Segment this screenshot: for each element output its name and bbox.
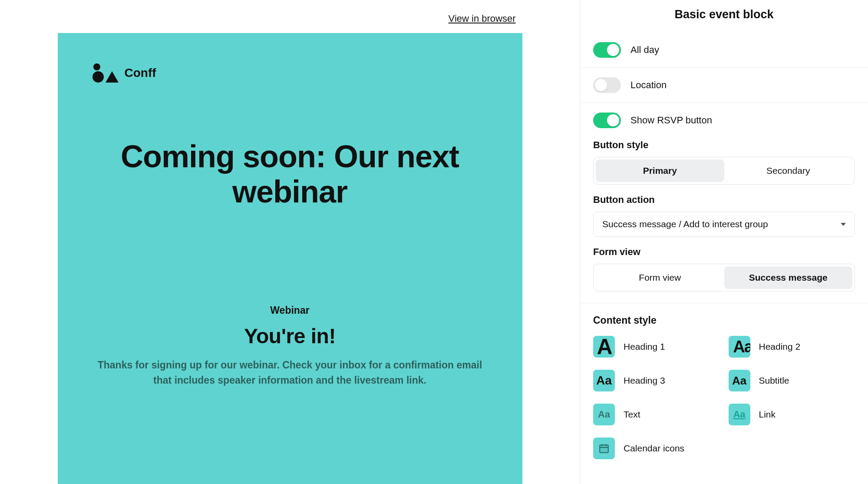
event-headline[interactable]: You're in! [92,324,488,348]
brand-name: Conff [125,66,156,80]
svg-rect-0 [600,445,608,452]
heading-2-icon: Aa [729,336,750,358]
chevron-down-icon [841,223,846,226]
all-day-toggle[interactable] [593,42,621,58]
sidebar-title: Basic event block [580,0,868,33]
location-label: Location [630,80,667,91]
subtitle-icon: Aa [729,370,750,391]
button-style-segment: Primary Secondary [593,157,855,185]
event-label[interactable]: Webinar [92,305,488,316]
location-toggle[interactable] [593,77,621,93]
form-view-label: Form view [593,246,855,258]
text-icon: Aa [593,404,615,425]
form-view-option[interactable]: Form view [596,266,724,289]
calendar-icon [593,438,615,459]
rsvp-toggle[interactable] [593,113,621,128]
style-heading-1[interactable]: A Heading 1 [593,336,720,358]
style-subtitle[interactable]: Aa Subtitle [729,370,855,391]
button-style-label: Button style [593,139,855,151]
style-text[interactable]: Aa Text [593,404,720,425]
view-in-browser-link[interactable]: View in browser [449,13,516,24]
email-card[interactable]: Conff Coming soon: Our next webinar Webi… [58,33,522,484]
event-description[interactable]: Thanks for signing up for our webinar. C… [92,358,488,388]
toggle-row-location: Location [580,68,868,103]
success-message-option[interactable]: Success message [724,266,853,289]
email-title[interactable]: Coming soon: Our next webinar [92,139,488,209]
rsvp-label: Show RSVP button [630,115,712,126]
button-style-primary[interactable]: Primary [596,159,724,182]
link-icon: Aa [729,404,750,425]
brand-block: Conff [92,63,488,83]
heading-1-icon: A [593,336,615,358]
email-canvas: View in browser Conff Coming soon: Our n… [0,0,580,484]
style-heading-2[interactable]: Aa Heading 2 [729,336,855,358]
button-style-secondary[interactable]: Secondary [724,159,853,182]
heading-3-icon: Aa [593,370,615,391]
style-heading-3[interactable]: Aa Heading 3 [593,370,720,391]
content-style-label: Content style [593,315,855,326]
style-calendar-icons[interactable]: Calendar icons [593,438,720,459]
button-action-label: Button action [593,194,855,206]
button-action-value: Success message / Add to interest group [602,219,768,229]
button-action-select[interactable]: Success message / Add to interest group [593,212,855,237]
style-link[interactable]: Aa Link [729,404,855,425]
settings-sidebar: Basic event block All day Location Show … [580,0,868,484]
toggle-row-rsvp: Show RSVP button [580,103,868,130]
all-day-label: All day [630,44,659,56]
brand-logo-icon [92,63,119,83]
toggle-row-all-day: All day [580,33,868,68]
form-view-segment: Form view Success message [593,264,855,292]
